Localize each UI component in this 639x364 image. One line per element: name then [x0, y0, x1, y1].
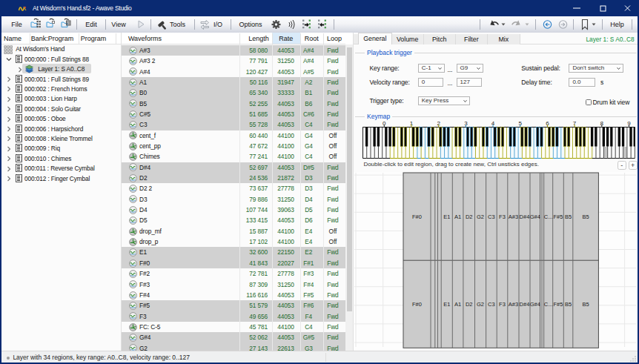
- svg-text:B5: B5: [583, 214, 589, 220]
- svg-text:D2: D2: [466, 301, 473, 308]
- svg-text:D2: D2: [466, 214, 473, 220]
- svg-text:E1: E1: [443, 214, 450, 220]
- svg-text:A1: A1: [454, 214, 461, 220]
- svg-text:C3: C3: [488, 301, 495, 308]
- svg-text:C3: C3: [488, 214, 495, 220]
- svg-text:B5: B5: [565, 301, 572, 308]
- svg-text:F#5: F#5: [554, 301, 563, 308]
- svg-text:F3: F3: [499, 301, 506, 308]
- svg-text:G2: G2: [477, 301, 484, 308]
- svg-text:G#4: G#4: [530, 301, 540, 308]
- svg-text:F#5: F#5: [554, 214, 563, 220]
- svg-text:E1: E1: [443, 301, 450, 308]
- svg-text:D#4: D#4: [520, 301, 530, 308]
- svg-text:D#4: D#4: [520, 214, 530, 220]
- svg-text:F#0: F#0: [412, 214, 422, 220]
- svg-text:B5: B5: [565, 214, 572, 220]
- svg-text:G2: G2: [477, 214, 484, 220]
- svg-text:F3: F3: [499, 214, 506, 220]
- svg-text:C...: C...: [544, 301, 553, 308]
- svg-text:F#0: F#0: [412, 301, 422, 308]
- svg-text:A1: A1: [454, 301, 461, 308]
- svg-text:A#3: A#3: [509, 301, 518, 308]
- svg-text:G#4: G#4: [530, 214, 540, 220]
- svg-text:C...: C...: [544, 214, 553, 220]
- svg-text:A#3: A#3: [509, 214, 518, 220]
- svg-text:B5: B5: [583, 301, 589, 308]
